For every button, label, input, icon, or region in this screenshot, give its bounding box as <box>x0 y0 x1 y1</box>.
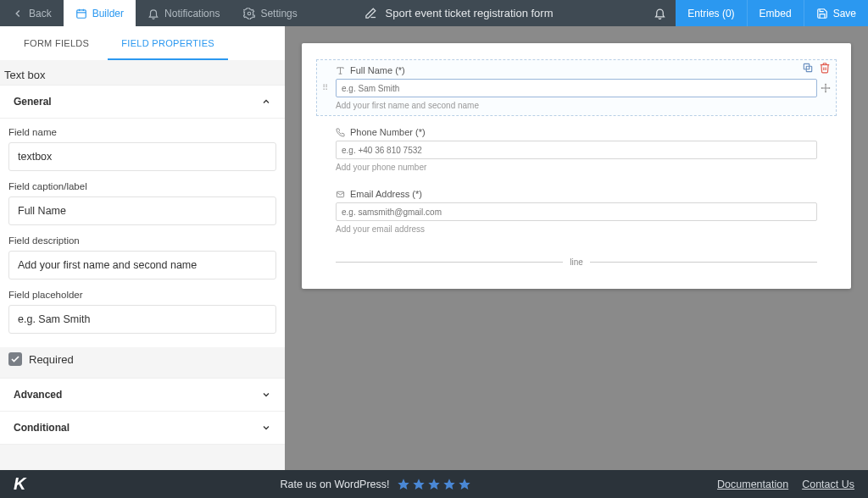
separator-label: line <box>570 257 583 267</box>
drag-handle-icon[interactable]: ⠿ <box>322 86 327 90</box>
svg-marker-20 <box>459 479 470 490</box>
entries-button[interactable]: Entries (0) <box>676 0 746 26</box>
chevron-down-icon <box>261 390 271 400</box>
field-label: Phone Number (*) <box>350 127 426 137</box>
field-caption-label: Field caption/label <box>8 181 276 191</box>
section-general-label: General <box>14 96 52 108</box>
mail-icon <box>336 190 345 199</box>
star-icon <box>442 478 456 491</box>
builder-label: Builder <box>92 8 124 19</box>
embed-label: Embed <box>760 8 792 19</box>
form-canvas: ⠿ Full Name (*) <box>285 26 868 470</box>
field-name-input[interactable] <box>8 142 276 171</box>
calendar-icon <box>75 8 87 19</box>
settings-label: Settings <box>260 8 297 19</box>
contact-link[interactable]: Contact Us <box>802 479 854 490</box>
rate-text: Rate us on WordPress! <box>281 479 390 490</box>
save-icon <box>816 8 828 19</box>
add-field-button[interactable] <box>821 83 831 93</box>
field-placeholder-label: Field placeholder <box>8 290 276 300</box>
edit-icon <box>364 7 377 19</box>
field-placeholder-input[interactable] <box>8 305 276 334</box>
text-icon <box>336 66 345 75</box>
settings-tab[interactable]: Settings <box>231 0 309 26</box>
field-description-label: Field description <box>8 235 276 246</box>
notifications-label: Notifications <box>164 8 220 19</box>
field-type-title: Text box <box>0 60 285 85</box>
brand-logo: K <box>14 474 34 494</box>
notifications-tab[interactable]: Notifications <box>136 0 231 26</box>
bell-outline-icon <box>654 7 666 19</box>
rating-stars[interactable] <box>397 478 471 491</box>
field-help-text: Add your first name and second name <box>336 101 817 110</box>
form-title-input[interactable] <box>386 7 589 19</box>
gear-icon <box>243 8 255 19</box>
svg-marker-18 <box>428 479 439 490</box>
tab-field-properties[interactable]: FIELD PROPERTIES <box>108 26 228 60</box>
section-conditional-label: Conditional <box>14 422 70 434</box>
chevron-left-icon <box>12 8 24 19</box>
section-advanced[interactable]: Advanced <box>0 378 285 411</box>
chevron-up-icon <box>261 97 271 107</box>
required-label: Required <box>29 353 74 366</box>
preview-input[interactable] <box>336 79 817 97</box>
field-help-text: Add your phone number <box>336 163 817 172</box>
entries-label: Entries (0) <box>687 8 734 19</box>
bell-icon <box>147 8 159 19</box>
phone-icon <box>336 128 345 137</box>
required-checkbox-row[interactable]: Required <box>0 347 285 378</box>
field-label: Email Address (*) <box>350 189 422 199</box>
preview-input[interactable] <box>336 141 817 159</box>
field-caption-input[interactable] <box>8 196 276 225</box>
star-icon <box>427 478 441 491</box>
svg-point-12 <box>829 87 830 88</box>
sidebar: FORM FIELDS FIELD PROPERTIES Text box Ge… <box>0 26 285 470</box>
field-label: Full Name (*) <box>350 65 405 75</box>
tab-form-fields[interactable]: FORM FIELDS <box>0 26 108 60</box>
section-conditional[interactable]: Conditional <box>0 411 285 445</box>
builder-tab[interactable]: Builder <box>64 0 136 26</box>
form-preview: ⠿ Full Name (*) <box>302 43 851 289</box>
form-field-email[interactable]: Email Address (*) Add your email address <box>317 184 836 239</box>
preview-input[interactable] <box>336 202 817 221</box>
field-help-text: Add your email address <box>336 224 817 234</box>
section-advanced-label: Advanced <box>14 389 62 401</box>
back-button[interactable]: Back <box>0 0 64 26</box>
duplicate-button[interactable] <box>802 62 814 74</box>
svg-marker-17 <box>413 479 424 490</box>
documentation-link[interactable]: Documentation <box>717 479 788 490</box>
svg-point-4 <box>248 12 252 15</box>
svg-rect-0 <box>76 9 86 17</box>
notification-bell-button[interactable] <box>643 0 676 26</box>
svg-point-9 <box>826 84 826 85</box>
chevron-down-icon <box>261 423 271 433</box>
svg-marker-19 <box>443 479 454 490</box>
form-field-full-name[interactable]: ⠿ Full Name (*) <box>317 60 836 115</box>
star-icon <box>412 478 426 491</box>
star-icon <box>458 478 471 491</box>
form-field-phone[interactable]: Phone Number (*) Add your phone number <box>317 122 836 177</box>
svg-point-10 <box>826 91 826 92</box>
save-label: Save <box>833 8 856 19</box>
star-icon <box>397 478 410 491</box>
checkbox-checked-icon <box>8 352 22 366</box>
svg-point-11 <box>821 87 822 88</box>
separator-line: line <box>317 246 836 267</box>
embed-button[interactable]: Embed <box>747 0 804 26</box>
svg-marker-16 <box>398 479 409 490</box>
section-general[interactable]: General <box>0 85 285 119</box>
field-description-input[interactable] <box>8 251 276 279</box>
field-name-label: Field name <box>8 127 276 137</box>
save-button[interactable]: Save <box>804 0 868 26</box>
back-label: Back <box>29 8 52 19</box>
delete-button[interactable] <box>819 62 831 74</box>
